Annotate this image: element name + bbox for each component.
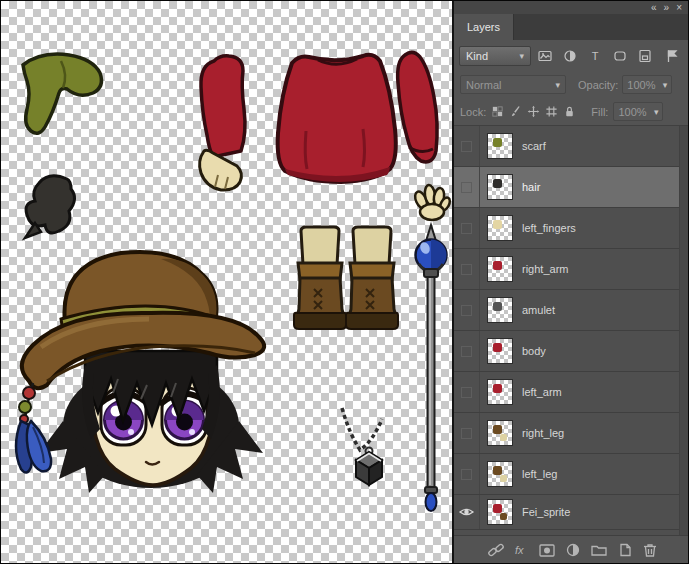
layer-thumbnail[interactable]: [487, 379, 513, 405]
lock-image-pixels-button[interactable]: [509, 105, 522, 118]
kind-dropdown[interactable]: Kind ▾: [459, 46, 531, 66]
adjustment-circle-icon: [564, 542, 582, 558]
new-adjustment-layer-button[interactable]: [561, 540, 584, 560]
fill-label: Fill:: [591, 106, 608, 118]
visibility-toggle[interactable]: [454, 331, 480, 371]
hidden-eye-slot: [461, 428, 472, 439]
trash-icon: [641, 542, 659, 558]
filter-pixel-layers-button[interactable]: [533, 46, 556, 66]
layer-name: left_arm: [522, 386, 562, 398]
add-layer-mask-button[interactable]: [536, 540, 559, 560]
add-layer-style-button[interactable]: fx: [510, 540, 533, 560]
type-layers-icon: T: [587, 48, 603, 64]
hair-tuft-sprite: [25, 176, 75, 238]
blend-mode-value: Normal: [466, 79, 501, 91]
opacity-input[interactable]: 100% ▾: [622, 75, 672, 94]
layer-row-left-leg[interactable]: left_leg: [454, 454, 688, 495]
leg-sprite: [294, 227, 346, 329]
left-arm-sprite: [200, 56, 245, 190]
chevron-down-icon: ▾: [663, 80, 668, 90]
blend-mode-dropdown[interactable]: Normal ▾: [460, 75, 566, 94]
lock-position-button[interactable]: [527, 105, 540, 118]
layer-thumbnail[interactable]: [487, 338, 513, 364]
layer-thumbnail[interactable]: [487, 461, 513, 487]
delete-layer-button[interactable]: [639, 540, 662, 560]
filter-shape-layers-button[interactable]: [608, 46, 631, 66]
visibility-toggle[interactable]: [454, 413, 480, 453]
filter-smart-objects-button[interactable]: [633, 46, 656, 66]
shape-layers-icon: [612, 48, 628, 64]
collapse-right-icon[interactable]: »: [664, 3, 670, 13]
layer-name: left_fingers: [522, 222, 576, 234]
visibility-toggle[interactable]: [454, 249, 480, 289]
close-icon[interactable]: ×: [676, 3, 682, 13]
eye-icon: [459, 507, 474, 517]
opacity-value: 100%: [627, 79, 655, 91]
scrollbar[interactable]: [679, 126, 688, 535]
visibility-toggle[interactable]: [454, 495, 480, 529]
staff-sprite: [416, 225, 447, 511]
pixel-layers-icon: [537, 48, 553, 64]
visibility-toggle[interactable]: [454, 372, 480, 412]
layers-panel: « » × Layers Kind ▾: [454, 1, 688, 563]
layer-row-body[interactable]: body: [454, 331, 688, 372]
collapse-left-icon[interactable]: «: [651, 3, 657, 13]
fill-input[interactable]: 100% ▾: [613, 102, 663, 121]
layer-list: scarf hair left_fingers right_arm am: [454, 126, 688, 535]
head-sprite: [16, 252, 264, 493]
document-canvas[interactable]: [1, 1, 454, 563]
scarf-sprite: [23, 54, 101, 133]
tab-layers[interactable]: Layers: [454, 14, 514, 40]
layer-row-amulet[interactable]: amulet: [454, 290, 688, 331]
layer-row-left-fingers[interactable]: left_fingers: [454, 208, 688, 249]
new-layer-button[interactable]: [613, 540, 636, 560]
body-sprite: [278, 55, 396, 182]
filtering-toggle[interactable]: [660, 46, 683, 66]
hidden-eye-slot: [461, 305, 472, 316]
kind-label: Kind: [466, 50, 488, 62]
layer-thumbnail[interactable]: [487, 297, 513, 323]
svg-text:fx: fx: [515, 544, 524, 556]
lock-artboards-button[interactable]: [545, 105, 558, 118]
layer-row-right-leg[interactable]: right_leg: [454, 413, 688, 454]
layer-row-right-arm[interactable]: right_arm: [454, 249, 688, 290]
layer-row-fei-sprite[interactable]: Fei_sprite: [454, 495, 688, 530]
new-group-button[interactable]: [587, 540, 610, 560]
layer-row-scarf[interactable]: scarf: [454, 126, 688, 167]
link-icon: [487, 542, 505, 558]
sprite-sheet: [1, 1, 452, 563]
visibility-toggle[interactable]: [454, 167, 480, 207]
filter-adjustment-layers-button[interactable]: [558, 46, 581, 66]
layer-thumbnail[interactable]: [487, 174, 513, 200]
layer-thumbnail[interactable]: [487, 133, 513, 159]
filter-type-layers-button[interactable]: T: [583, 46, 606, 66]
lock-row: Lock:: [454, 98, 688, 126]
lock-all-button[interactable]: [563, 105, 576, 118]
hidden-eye-slot: [461, 346, 472, 357]
artboard-icon: [545, 105, 558, 118]
layer-name: body: [522, 345, 546, 357]
lock-transparent-pixels-button[interactable]: [491, 105, 504, 118]
hidden-eye-slot: [461, 387, 472, 398]
visibility-toggle[interactable]: [454, 126, 480, 166]
chevron-down-icon: ▾: [519, 51, 524, 61]
hidden-eye-slot: [461, 264, 472, 275]
checkerboard-icon: [491, 105, 504, 118]
visibility-toggle[interactable]: [454, 290, 480, 330]
visibility-toggle[interactable]: [454, 208, 480, 248]
layer-thumbnail[interactable]: [487, 420, 513, 446]
fill-value: 100%: [618, 106, 646, 118]
layer-thumbnail[interactable]: [487, 256, 513, 282]
photoshop-window: « » × Layers Kind ▾: [0, 0, 689, 564]
layer-thumbnail[interactable]: [487, 215, 513, 241]
layer-row-left-arm[interactable]: left_arm: [454, 372, 688, 413]
hidden-eye-slot: [461, 141, 472, 152]
visibility-toggle[interactable]: [454, 454, 480, 494]
layer-actions-bar: fx: [454, 535, 688, 563]
brush-icon: [509, 105, 522, 118]
link-layers-button[interactable]: [484, 540, 507, 560]
layer-row-hair[interactable]: hair: [454, 167, 688, 208]
layer-thumbnail[interactable]: [487, 499, 513, 525]
smart-object-icon: [637, 48, 653, 64]
layer-filter-row: Kind ▾ T: [454, 40, 688, 71]
